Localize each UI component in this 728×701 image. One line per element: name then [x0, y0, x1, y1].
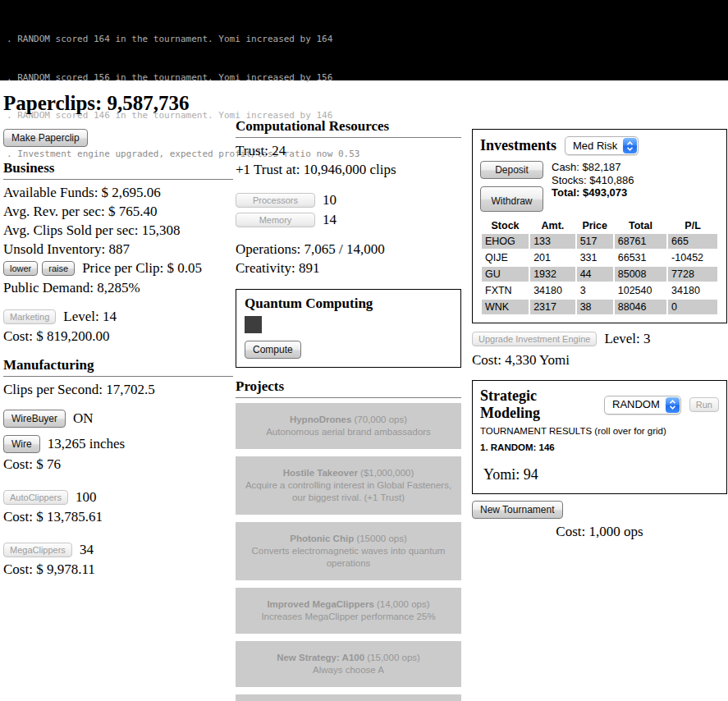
strategy-select[interactable]: RANDOM: [604, 396, 681, 415]
project-desc: Always choose A: [313, 665, 384, 675]
strategy-select-value: RANDOM: [605, 397, 665, 412]
project-cost: ($1,000,000): [360, 468, 414, 478]
wirebuyer-status: ON: [73, 410, 94, 427]
col-amt: Amt.: [530, 219, 575, 232]
project-cost: (70,000 ops): [355, 415, 408, 424]
cell-amt: 133: [530, 234, 575, 249]
project-title: Photonic Chip: [290, 534, 354, 543]
cell-symbol: WNK: [482, 300, 529, 314]
run-button[interactable]: Run: [689, 397, 719, 412]
cell-total: 102540: [615, 283, 666, 298]
cell-symbol: QIJE: [482, 250, 529, 265]
cell-amt: 1932: [530, 267, 575, 282]
investment-stocks: Stocks: $410,886: [552, 174, 634, 187]
cell-pl: 34180: [668, 283, 717, 298]
make-paperclip-button[interactable]: Make Paperclip: [3, 129, 88, 147]
clips-per-second: Clips per Second: 17,702.5: [3, 382, 233, 397]
public-demand: Public Demand: 8,285%: [3, 280, 233, 296]
project-photonic-chip[interactable]: Photonic Chip (15000 ops) Converts elect…: [236, 522, 461, 580]
cell-total: 88046: [615, 300, 666, 314]
project-title: Improved MegaClippers: [267, 599, 373, 609]
investment-engine-cost: Cost: 4,330 Yomi: [472, 352, 727, 369]
quantum-computing-panel: Quantum Computing Compute: [236, 289, 461, 368]
risk-select[interactable]: Med Risk: [565, 136, 639, 155]
processors-button[interactable]: Processors: [236, 193, 315, 208]
yomi-count: Yomi: 94: [480, 466, 719, 487]
message-console: . RANDOM scored 164 in the tournament. Y…: [0, 0, 728, 80]
investments-heading: Investments: [480, 137, 556, 154]
lower-price-button[interactable]: lower: [3, 261, 38, 276]
manufacturing-heading: Manufacturing: [3, 357, 233, 377]
megaclippers-cost: Cost: $ 9,978.11: [3, 561, 233, 577]
cell-price: 517: [577, 234, 613, 249]
withdraw-button[interactable]: Withdraw: [480, 186, 543, 212]
project-desc: Converts electromagnetic waves into quan…: [252, 546, 446, 568]
cell-pl: -10452: [668, 250, 717, 265]
project-title: Hostile Takeover: [283, 468, 358, 478]
table-row: EHOG 133 517 68761 665: [482, 234, 717, 249]
strategic-modeling-heading: Strategic Modeling: [480, 387, 596, 422]
marketing-button[interactable]: Marketing: [3, 309, 56, 324]
cell-total: 66531: [615, 250, 666, 265]
upgrade-investment-engine-button[interactable]: Upgrade Investment Engine: [472, 332, 597, 346]
project-desc: Autonomous aerial brand ambassadors: [266, 427, 431, 437]
new-tournament-button[interactable]: New Tournament: [472, 501, 563, 519]
cell-amt: 201: [530, 250, 575, 265]
project-title: HypnoDrones: [290, 415, 351, 424]
col-stock: Stock: [482, 219, 529, 232]
project-coherent-extrapolated-volition[interactable]: Coherent Extrapolated Volition (500 crea…: [236, 694, 461, 701]
project-cost: (15,000 ops): [367, 653, 420, 662]
strategic-modeling-panel: Strategic Modeling RANDOM Run TOURNAMENT…: [472, 380, 727, 494]
wirebuyer-button[interactable]: WireBuyer: [3, 410, 66, 428]
tournament-results-label: TOURNAMENT RESULTS (roll over for grid): [480, 426, 719, 436]
deposit-button[interactable]: Deposit: [480, 161, 543, 179]
computational-resources-heading: Computational Resources: [236, 118, 461, 138]
avg-clips-sold: Avg. Clips Sold per sec: 15,308: [3, 222, 233, 238]
marketing-level: Level: 14: [63, 309, 117, 325]
avg-revenue: Avg. Rev. per sec: $ 765.40: [3, 204, 233, 219]
autoclippers-count: 100: [76, 489, 97, 506]
table-row: GU 1932 44 85008 7728: [482, 267, 717, 282]
cell-symbol: GU: [482, 267, 529, 282]
next-trust: +1 Trust at: 10,946,000 clips: [236, 162, 461, 177]
table-row: QIJE 201 331 66531 -10452: [482, 250, 717, 265]
processors-count: 10: [323, 192, 337, 208]
cell-price: 3: [577, 283, 613, 298]
project-desc: Acquire a controlling interest in Global…: [245, 480, 451, 502]
cell-price: 331: [577, 250, 613, 265]
cell-symbol: FXTN: [482, 283, 529, 298]
quantum-heading: Quantum Computing: [245, 296, 452, 312]
autoclippers-button[interactable]: AutoClippers: [3, 490, 68, 505]
cell-amt: 34180: [530, 283, 575, 298]
page-title: Paperclips: 9,587,736: [3, 91, 233, 115]
cell-total: 85008: [615, 267, 666, 282]
investment-engine-level: Level: 3: [604, 331, 650, 347]
table-row: FXTN 34180 3 102540 34180: [482, 283, 717, 298]
wire-cost: Cost: $ 76: [3, 456, 233, 472]
creativity: Creativity: 891: [236, 260, 461, 276]
compute-button[interactable]: Compute: [245, 341, 301, 359]
memory-button[interactable]: Memory: [236, 213, 315, 227]
col-total: Total: [615, 219, 666, 232]
project-desc: Increases MegaClipper performance 25%: [261, 612, 435, 621]
project-cost: (14,000 ops): [377, 599, 430, 609]
col-pl: P/L: [668, 219, 717, 232]
buy-wire-button[interactable]: Wire: [3, 435, 40, 453]
select-stepper-icon: [623, 138, 637, 153]
megaclippers-button[interactable]: MegaClippers: [3, 543, 72, 557]
unsold-inventory: Unsold Inventory: 887: [3, 241, 233, 257]
stocks-header-row: Stock Amt. Price Total P/L: [482, 219, 717, 232]
table-row: WNK 2317 38 88046 0: [482, 300, 717, 314]
raise-price-button[interactable]: raise: [42, 261, 75, 276]
available-funds: Available Funds: $ 2,695.06: [3, 185, 233, 200]
project-hypnodrones[interactable]: HypnoDrones (70,000 ops) Autonomous aeri…: [236, 403, 461, 449]
cell-symbol: EHOG: [482, 234, 529, 249]
tournament-cost: Cost: 1,000 ops: [472, 524, 727, 540]
project-hostile-takeover[interactable]: Hostile Takeover ($1,000,000) Acquire a …: [236, 456, 461, 515]
console-line: . RANDOM scored 164 in the tournament. Y…: [7, 33, 723, 46]
project-improved-megaclippers[interactable]: Improved MegaClippers (14,000 ops) Incre…: [236, 588, 461, 634]
project-new-strategy-a100[interactable]: New Strategy: A100 (15,000 ops) Always c…: [236, 641, 461, 687]
tournament-result-line: 1. RANDOM: 146: [480, 442, 719, 452]
investment-cash: Cash: $82,187: [552, 161, 634, 174]
trust: Trust: 24: [236, 143, 461, 158]
